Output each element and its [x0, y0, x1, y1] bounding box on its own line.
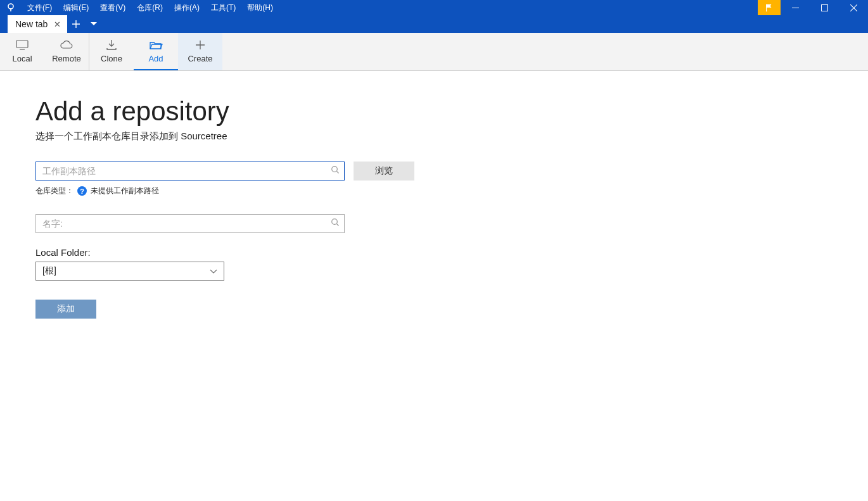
tab-overflow-button[interactable] [85, 15, 103, 33]
local-folder-select[interactable]: [根] [35, 262, 224, 281]
svg-rect-2 [792, 8, 799, 8]
window-minimize-button[interactable] [781, 0, 810, 15]
window-maximize-button[interactable] [810, 0, 839, 15]
toolbar-remote[interactable]: Remote [44, 33, 89, 70]
folder-open-icon [149, 39, 163, 51]
tab-strip: New tab ✕ [0, 15, 868, 33]
info-icon: ? [77, 186, 87, 196]
menu-help-label: 帮助(H) [247, 3, 273, 13]
page-title: Add a repository [35, 96, 868, 127]
tab-close-button[interactable]: ✕ [54, 20, 61, 29]
svg-rect-1 [10, 8, 11, 11]
menu-tools[interactable]: 工具(T) [205, 0, 241, 15]
tab-new[interactable]: New tab ✕ [8, 15, 67, 33]
toolbar-group-actions: Clone Add Create [89, 33, 222, 70]
monitor-icon [15, 39, 29, 51]
close-icon [850, 4, 857, 11]
toolbar-clone-label: Clone [101, 54, 122, 63]
plus-icon [195, 39, 206, 51]
page-subtitle: 选择一个工作副本仓库目录添加到 Sourcetree [35, 130, 868, 143]
repo-type-row: 仓库类型： ? 未提供工作副本路径 [35, 186, 868, 196]
plus-icon [72, 20, 80, 28]
repo-type-label: 仓库类型： [35, 186, 73, 196]
download-icon [105, 39, 118, 51]
maximize-icon [821, 4, 828, 11]
menu-repo-label: 仓库(R) [137, 3, 163, 13]
svg-rect-3 [821, 4, 827, 11]
menu-view[interactable]: 查看(V) [94, 0, 131, 15]
name-field [35, 214, 345, 233]
new-tab-button[interactable] [67, 15, 85, 33]
title-spacer [279, 0, 758, 15]
menu-actions-label: 操作(A) [174, 3, 200, 13]
name-input[interactable] [35, 214, 345, 233]
cloud-icon [59, 39, 74, 51]
svg-rect-4 [16, 41, 28, 48]
working-copy-path-field [35, 162, 345, 181]
menu-actions[interactable]: 操作(A) [169, 0, 205, 15]
menu-edit-label: 编辑(E) [63, 3, 89, 13]
chevron-down-icon [91, 22, 97, 26]
chevron-down-icon [210, 266, 217, 276]
app-icon [0, 0, 22, 15]
working-copy-path-input[interactable] [35, 162, 345, 181]
local-folder-value: [根] [42, 265, 56, 277]
menu-file[interactable]: 文件(F) [22, 0, 58, 15]
toolbar-remote-label: Remote [52, 54, 81, 63]
menu-file-label: 文件(F) [27, 3, 52, 13]
toolbar-local-label: Local [12, 54, 32, 63]
toolbar-create-label: Create [188, 54, 212, 63]
toolbar-add-label: Add [148, 54, 163, 63]
toolbar: Local Remote Clone Add Create [0, 33, 868, 71]
menu-repository[interactable]: 仓库(R) [131, 0, 169, 15]
menu-tools-label: 工具(T) [211, 3, 236, 13]
repo-type-message: 未提供工作副本路径 [91, 186, 159, 196]
menu-view-label: 查看(V) [100, 3, 125, 13]
flag-icon [765, 3, 774, 12]
toolbar-group-locations: Local Remote [0, 33, 89, 70]
local-folder-label: Local Folder: [35, 247, 868, 258]
toolbar-local[interactable]: Local [0, 33, 44, 70]
main-content: Add a repository 选择一个工作副本仓库目录添加到 Sourcet… [0, 71, 868, 319]
tab-label: New tab [15, 19, 48, 29]
notifications-button[interactable] [758, 0, 781, 15]
browse-button[interactable]: 浏览 [354, 162, 414, 181]
menu-help[interactable]: 帮助(H) [241, 0, 279, 15]
toolbar-add[interactable]: Add [134, 33, 178, 70]
svg-point-0 [8, 4, 13, 9]
toolbar-clone[interactable]: Clone [89, 33, 134, 70]
add-button[interactable]: 添加 [35, 300, 96, 319]
title-bar: 文件(F) 编辑(E) 查看(V) 仓库(R) 操作(A) 工具(T) 帮助(H… [0, 0, 868, 15]
minimize-icon [792, 4, 799, 11]
menu-edit[interactable]: 编辑(E) [58, 0, 94, 15]
window-close-button[interactable] [839, 0, 868, 15]
toolbar-create[interactable]: Create [178, 33, 222, 70]
